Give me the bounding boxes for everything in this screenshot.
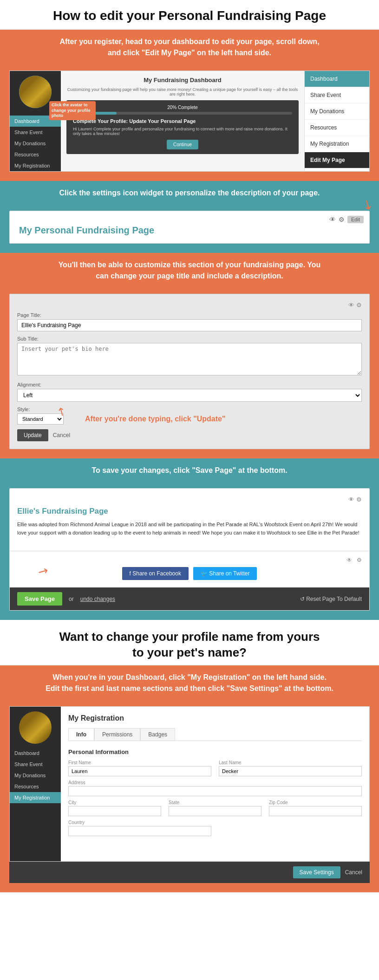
section5-screenshot-bg: Dashboard Share Event My Donations Resou…: [0, 701, 379, 892]
eye-icon[interactable]: 👁: [329, 216, 336, 223]
last-name-input[interactable]: [219, 766, 362, 776]
step4-share-icons-bar: 👁 ⚙: [10, 551, 369, 567]
first-name-col: First Name: [68, 760, 211, 776]
step3-banner: You'll then be able to customize this se…: [0, 253, 379, 288]
personal-fundraising-page-title: My Personal Fundraising Page: [19, 225, 360, 236]
sidebar-item-share-event[interactable]: Share Event: [10, 127, 61, 138]
step4-page-title: Ellie's Fundraising Page: [17, 507, 362, 516]
reg-avatar: [19, 711, 52, 744]
address-label: Address: [68, 780, 362, 785]
avatar[interactable]: [19, 76, 52, 108]
city-label: City: [68, 800, 161, 805]
right-nav-resources[interactable]: Resources: [305, 120, 369, 136]
tab-permissions[interactable]: Permissions: [94, 728, 140, 741]
address-input[interactable]: [68, 786, 362, 796]
sidebar-item-my-donations[interactable]: My Donations: [10, 138, 61, 149]
my-registration-title: My Registration: [68, 714, 362, 722]
section5-heading: Want to change your profile name from yo…: [14, 629, 365, 661]
reset-page-button[interactable]: ↺ Reset Page To Default: [300, 596, 362, 602]
address-col: Address: [68, 780, 362, 796]
twitter-share-button[interactable]: 🐦 Share on Twitter: [193, 567, 257, 580]
step3-top-icons: 👁 ⚙: [17, 302, 362, 309]
step4-top-icons: 👁 ⚙: [17, 496, 362, 503]
page-title: How to edit your Personal Fundraising Pa…: [9, 8, 370, 23]
step4-eye-icon[interactable]: 👁: [348, 496, 354, 503]
save-page-button[interactable]: Save Page: [17, 592, 62, 606]
tab-badges[interactable]: Badges: [140, 728, 175, 741]
step2-icons: 👁 ⚙ ↙ Edit: [329, 216, 364, 223]
complete-text: Hi Lauren! Complete your profile and per…: [73, 127, 292, 136]
reg-screenshot-wrapper: Dashboard Share Event My Donations Resou…: [9, 706, 370, 883]
right-nav-dashboard[interactable]: Dashboard: [305, 71, 369, 87]
gear-icon[interactable]: ⚙ ↙: [339, 216, 345, 223]
step3-screenshot-bg: 👁 ⚙ Page Title: Sub Title: Alignment: Le…: [0, 288, 379, 458]
update-button[interactable]: Update: [17, 429, 48, 441]
reg-sidebar-resources[interactable]: Resources: [10, 781, 61, 792]
reg-sidebar: Dashboard Share Event My Donations Resou…: [10, 707, 61, 861]
facebook-share-button[interactable]: f Share on Facebook: [122, 567, 189, 580]
tab-info[interactable]: Info: [68, 728, 94, 741]
personal-info-label: Personal Information: [68, 748, 362, 755]
page-title-input[interactable]: [17, 319, 362, 331]
state-col: State: [169, 800, 261, 816]
step1-screenshot-bg: Click the avatar to change your profile …: [0, 65, 379, 181]
country-input[interactable]: [68, 826, 211, 836]
sidebar-item-resources[interactable]: Resources: [10, 149, 61, 160]
right-nav-share-event[interactable]: Share Event: [305, 87, 369, 103]
sub-title-textarea[interactable]: [17, 343, 362, 375]
name-row: First Name Last Name: [68, 760, 362, 776]
state-input[interactable]: [169, 806, 261, 816]
footer-or-text: or: [69, 596, 74, 602]
reg-sidebar-my-donations[interactable]: My Donations: [10, 770, 61, 781]
edit-button[interactable]: Edit: [347, 216, 364, 223]
zip-input[interactable]: [269, 806, 362, 816]
sidebar-item-my-registration[interactable]: My Registration: [10, 160, 61, 171]
right-nav-edit-my-page[interactable]: Edit My Page: [305, 152, 369, 168]
sub-title-group: Sub Title:: [17, 336, 362, 377]
last-name-label: Last Name: [219, 760, 362, 765]
step3-gear-icon[interactable]: ⚙: [356, 302, 362, 309]
reg-tabs: Info Permissions Badges: [68, 728, 362, 741]
step2-card: 👁 ⚙ ↙ Edit My Personal Fundraising Page: [9, 211, 370, 244]
undo-changes-link[interactable]: undo changes: [80, 596, 115, 602]
alignment-select[interactable]: Left: [17, 389, 362, 402]
reg-sidebar-share-event[interactable]: Share Event: [10, 759, 61, 770]
step4-share-gear-icon: ⚙: [357, 557, 362, 563]
step4-screenshot-bg: 👁 ⚙ Ellie's Fundraising Page Ellie was a…: [0, 483, 379, 620]
save-settings-button[interactable]: Save Settings: [293, 866, 340, 878]
section5-banner: When you're in your Dashboard, click "My…: [0, 665, 379, 701]
step3-eye-icon[interactable]: 👁: [348, 302, 354, 309]
step3-form-card: 👁 ⚙ Page Title: Sub Title: Alignment: Le…: [9, 294, 370, 449]
step4-footer: ↙ Save Page or undo changes ↺ Reset Page…: [10, 587, 369, 610]
reg-main: My Registration Info Permissions Badges …: [61, 707, 369, 861]
step4-gear-icon[interactable]: ⚙: [356, 496, 362, 503]
style-label: Style:: [17, 406, 362, 412]
right-nav-my-registration[interactable]: My Registration: [305, 136, 369, 152]
zip-label: Zip Code: [269, 800, 362, 805]
cancel-button[interactable]: Cancel: [53, 432, 70, 438]
complete-title: Complete Your Profile: Update Your Perso…: [73, 118, 292, 124]
country-col: Country: [68, 820, 211, 836]
step4-share-eye-icon: 👁: [346, 557, 352, 563]
reg-sidebar-my-registration[interactable]: My Registration: [10, 792, 61, 803]
form-actions: Update Cancel: [17, 429, 362, 441]
step4-description: Ellie was adopted from Richmond Animal L…: [17, 521, 362, 537]
city-input[interactable]: [68, 806, 161, 816]
cancel-settings-button[interactable]: Cancel: [345, 869, 362, 876]
step1-right-sidebar: Dashboard Share Event My Donations Resou…: [304, 71, 369, 171]
style-group: Style: Standard ↖ After you're done typi…: [17, 406, 362, 425]
update-annotation: After you're done typing, click "Update": [85, 415, 226, 423]
step4-card: 👁 ⚙ Ellie's Fundraising Page Ellie was a…: [9, 488, 370, 611]
reg-sidebar-dashboard[interactable]: Dashboard: [10, 748, 61, 759]
city-col: City: [68, 800, 161, 816]
continue-button[interactable]: Continue: [167, 140, 198, 149]
step4-banner: To save your changes, click "Save Page" …: [0, 458, 379, 483]
section5-header: Want to change your profile name from yo…: [0, 620, 379, 665]
first-name-input[interactable]: [68, 766, 211, 776]
last-name-col: Last Name: [219, 760, 362, 776]
dashboard-desc: Customizing your fundraising page will h…: [66, 87, 299, 97]
right-nav-my-donations[interactable]: My Donations: [305, 103, 369, 120]
progress-label: 20% Complete: [73, 105, 292, 110]
avatar-annotation: Click the avatar to change your profile …: [49, 101, 96, 120]
step4-content: 👁 ⚙ Ellie's Fundraising Page Ellie was a…: [10, 489, 369, 551]
